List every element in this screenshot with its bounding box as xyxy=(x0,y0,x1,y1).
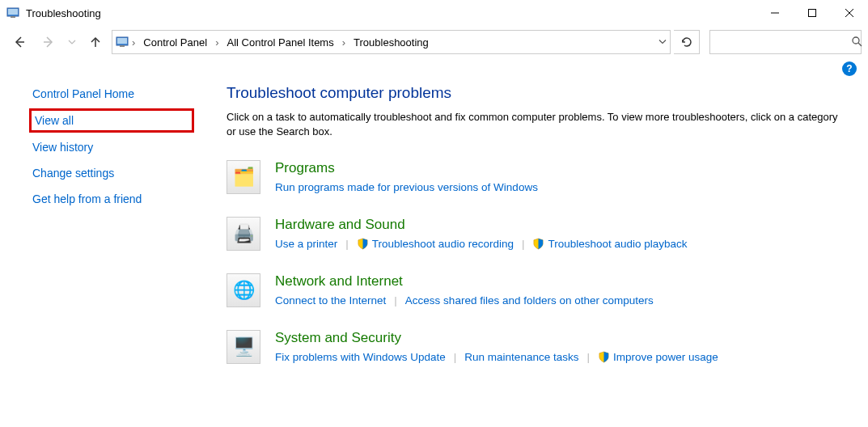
shield-icon xyxy=(532,238,544,250)
page-title: Troubleshoot computer problems xyxy=(227,84,839,102)
main-panel: Troubleshoot computer problems Click on … xyxy=(194,76,855,387)
task-link[interactable]: Troubleshoot audio recording xyxy=(357,238,514,250)
svg-line-14 xyxy=(858,43,862,46)
content-area: Control Panel HomeView allView historyCh… xyxy=(0,76,868,387)
task-link-label: Run programs made for previous versions … xyxy=(275,181,538,193)
task-link[interactable]: Fix problems with Windows Update xyxy=(275,351,446,363)
task-link[interactable]: Use a printer xyxy=(275,238,337,250)
svg-rect-1 xyxy=(8,9,18,15)
sidebar-item[interactable]: View all xyxy=(29,108,194,133)
refresh-button[interactable] xyxy=(674,30,700,54)
task-link-label: Connect to the Internet xyxy=(275,294,386,307)
breadcrumb[interactable]: › Control Panel › All Control Panel Item… xyxy=(112,30,671,54)
svg-rect-2 xyxy=(11,16,15,18)
sidebar-item[interactable]: Change settings xyxy=(29,162,194,184)
svg-rect-11 xyxy=(117,38,127,44)
network-icon: 🌐 xyxy=(227,273,260,307)
navbar: › Control Panel › All Control Panel Item… xyxy=(0,26,868,58)
link-separator: | xyxy=(522,238,525,250)
task-link[interactable]: Troubleshoot audio playback xyxy=(532,238,687,250)
up-button[interactable] xyxy=(83,29,108,55)
category-links: Use a printer|Troubleshoot audio recordi… xyxy=(275,238,839,250)
task-link-label: Troubleshoot audio playback xyxy=(548,238,687,250)
sidebar: Control Panel HomeView allView historyCh… xyxy=(0,76,194,387)
search-input[interactable] xyxy=(715,36,851,49)
back-button[interactable] xyxy=(6,29,32,55)
task-link-label: Troubleshoot audio recording xyxy=(372,238,514,250)
chevron-right-icon: › xyxy=(130,36,137,49)
category-body: ProgramsRun programs made for previous v… xyxy=(275,160,839,193)
category-body: System and SecurityFix problems with Win… xyxy=(275,330,839,363)
sidebar-item[interactable]: Control Panel Home xyxy=(29,82,194,105)
search-icon[interactable] xyxy=(851,36,862,49)
shield-icon xyxy=(598,351,610,363)
app-icon xyxy=(6,6,19,19)
task-link-label: Access shared files and folders on other… xyxy=(405,294,654,307)
category: 🖨️Hardware and SoundUse a printer|Troubl… xyxy=(227,217,839,251)
category-title[interactable]: Programs xyxy=(275,160,839,176)
category-list: 🗂️ProgramsRun programs made for previous… xyxy=(227,160,839,364)
task-link[interactable]: Connect to the Internet xyxy=(275,294,386,307)
chevron-right-icon: › xyxy=(214,36,220,49)
page-description: Click on a task to automatically trouble… xyxy=(227,110,839,139)
category-title[interactable]: System and Security xyxy=(275,330,839,346)
link-separator: | xyxy=(454,351,457,363)
category-body: Hardware and SoundUse a printer|Troubles… xyxy=(275,217,839,250)
search-box[interactable] xyxy=(709,30,862,54)
help-icon[interactable]: ? xyxy=(842,61,857,76)
window-controls xyxy=(756,0,868,26)
category-links: Fix problems with Windows Update|Run mai… xyxy=(275,351,839,363)
category-title[interactable]: Network and Internet xyxy=(275,273,839,290)
link-separator: | xyxy=(345,238,349,250)
link-separator: | xyxy=(586,351,590,363)
task-link[interactable]: Run maintenance tasks xyxy=(464,351,578,363)
breadcrumb-item[interactable]: All Control Panel Items xyxy=(222,35,338,50)
task-link[interactable]: Run programs made for previous versions … xyxy=(275,181,538,193)
task-link-label: Improve power usage xyxy=(613,351,718,363)
link-separator: | xyxy=(394,294,397,307)
window-title: Troubleshooting xyxy=(26,7,756,19)
sidebar-item[interactable]: View history xyxy=(29,136,194,159)
help-row: ? xyxy=(0,58,868,76)
close-button[interactable] xyxy=(831,0,868,26)
breadcrumb-item[interactable]: Troubleshooting xyxy=(349,35,434,50)
chevron-right-icon: › xyxy=(341,36,347,49)
breadcrumb-item[interactable]: Control Panel xyxy=(138,35,212,50)
svg-rect-12 xyxy=(120,45,125,47)
task-link-label: Use a printer xyxy=(275,238,337,250)
category-links: Run programs made for previous versions … xyxy=(275,181,839,193)
task-link-label: Run maintenance tasks xyxy=(464,351,578,363)
task-link[interactable]: Access shared files and folders on other… xyxy=(405,294,654,307)
category-links: Connect to the Internet|Access shared fi… xyxy=(275,294,839,307)
category: 🗂️ProgramsRun programs made for previous… xyxy=(227,160,839,194)
breadcrumb-dropdown[interactable] xyxy=(658,36,667,49)
history-dropdown[interactable] xyxy=(65,29,79,55)
sidebar-item[interactable]: Get help from a friend xyxy=(29,188,194,210)
shield-icon xyxy=(357,238,369,250)
svg-rect-4 xyxy=(809,10,816,17)
task-link[interactable]: Improve power usage xyxy=(598,351,718,363)
titlebar: Troubleshooting xyxy=(0,0,868,26)
svg-point-13 xyxy=(853,37,859,44)
breadcrumb-icon xyxy=(116,36,129,49)
category: 🌐Network and InternetConnect to the Inte… xyxy=(227,273,839,307)
task-link-label: Fix problems with Windows Update xyxy=(275,351,446,363)
category: 🖥️System and SecurityFix problems with W… xyxy=(227,330,839,364)
programs-icon: 🗂️ xyxy=(227,160,260,194)
minimize-button[interactable] xyxy=(756,0,794,26)
system-icon: 🖥️ xyxy=(227,330,260,364)
category-body: Network and InternetConnect to the Inter… xyxy=(275,273,839,307)
hardware-icon: 🖨️ xyxy=(227,217,260,251)
forward-button[interactable] xyxy=(36,29,61,55)
maximize-button[interactable] xyxy=(794,0,831,26)
category-title[interactable]: Hardware and Sound xyxy=(275,217,839,233)
